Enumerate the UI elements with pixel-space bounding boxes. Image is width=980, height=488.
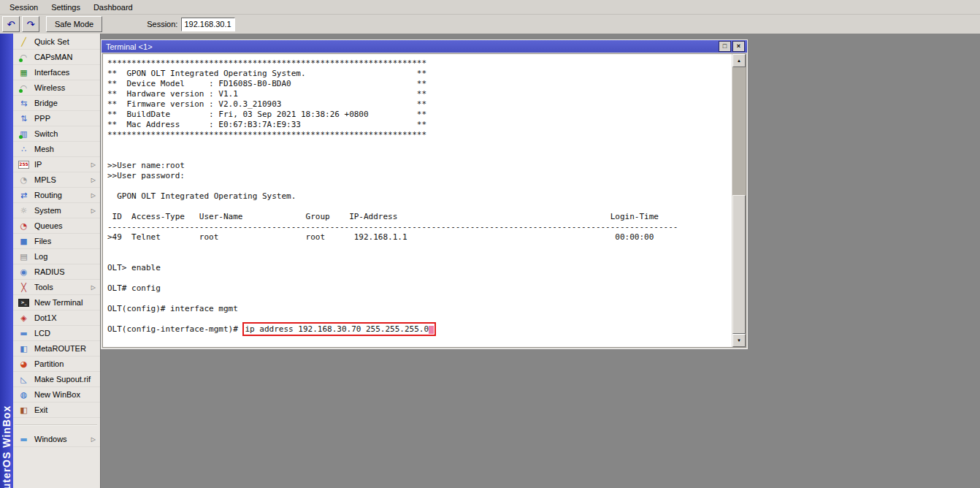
sidebar-item-label: MPLS [34, 175, 86, 184]
sidebar-item-label: Dot1X [34, 313, 100, 322]
bridge-icon: ⇆ [18, 98, 29, 108]
sidebar-item-radius[interactable]: ◉RADIUS [13, 264, 100, 280]
sidebar-item-label: CAPsMAN [34, 53, 100, 61]
sidebar-item-dot1x[interactable]: ◈Dot1X [13, 310, 100, 326]
sidebar-item-label: PPP [34, 114, 100, 123]
sidebar-item-switch[interactable]: ▥Switch [13, 126, 100, 142]
ppp-icon: ⇅ [18, 113, 29, 123]
wireless-icon: ◠ [18, 83, 29, 93]
redo-button[interactable]: ↷ [22, 16, 39, 32]
terminal-output-text: ****************************************… [107, 58, 678, 313]
windows-icon: ▬ [18, 434, 29, 444]
sidebar-item-ppp[interactable]: ⇅PPP [13, 111, 100, 126]
sidebar-item-interfaces[interactable]: ▦Interfaces [13, 65, 100, 80]
toolbar: ↶ ↷ Safe Mode Session: [0, 15, 980, 34]
queues-icon: ◔ [18, 221, 29, 231]
sidebar-item-quick-set[interactable]: ╱Quick Set [13, 34, 100, 50]
ip-icon: 255 [18, 161, 29, 169]
maximize-button[interactable]: □ [719, 41, 731, 52]
sidebar-item-system[interactable]: ☼System▷ [13, 203, 100, 218]
menu-session[interactable]: Session [3, 1, 45, 13]
sidebar: RouterOS WinBox ╱Quick Set◠CAPsMAN▦Inter… [0, 34, 101, 488]
mpls-icon: ◔ [18, 175, 29, 185]
undo-icon: ↶ [7, 20, 15, 29]
scrollbar-thumb[interactable] [732, 195, 746, 334]
dot1x-icon: ◈ [18, 313, 29, 323]
sidebar-item-label: IP [34, 160, 86, 169]
sidebar-item-label: System [34, 206, 86, 215]
sidebar-item-label: Quick Set [34, 37, 100, 46]
log-icon: ▤ [18, 251, 29, 262]
session-input[interactable] [181, 18, 235, 31]
files-icon: ■ [18, 236, 29, 246]
terminal-output[interactable]: ****************************************… [103, 54, 732, 347]
sidebar-item-tools[interactable]: ╳Tools▷ [13, 280, 100, 295]
sidebar-item-label: Mesh [34, 145, 100, 153]
sidebar-item-new-terminal[interactable]: >_New Terminal [13, 295, 100, 310]
lcd-icon: ▬ [18, 328, 29, 338]
terminal-window: Terminal <1> □ × ***********************… [101, 39, 748, 349]
sidebar-item-label: Switch [34, 129, 100, 138]
terminal-title: Terminal <1> [106, 42, 717, 51]
terminal-titlebar[interactable]: Terminal <1> □ × [102, 40, 747, 53]
sidebar-item-bridge[interactable]: ⇆Bridge [13, 96, 100, 111]
submenu-arrow-icon: ▷ [91, 436, 96, 443]
tools-icon: ╳ [18, 282, 29, 292]
sidebar-item-files[interactable]: ■Files [13, 234, 100, 249]
sidebar-item-label: Routing [34, 191, 86, 199]
sidebar-item-capsman[interactable]: ◠CAPsMAN [13, 50, 100, 65]
menu-settings[interactable]: Settings [45, 1, 87, 13]
make-supout-icon: ◺ [18, 374, 29, 384]
interfaces-icon: ▦ [18, 67, 29, 77]
highlighted-command-box: ip address 192.168.30.70 255.255.255.0 [242, 322, 436, 336]
metarouter-icon: ◧ [18, 343, 29, 354]
new-terminal-icon: >_ [18, 299, 29, 307]
terminal-content: ****************************************… [102, 53, 746, 348]
sidebar-item-label: Interfaces [34, 68, 100, 77]
terminal-cursor [429, 326, 434, 334]
switch-icon: ▥ [18, 129, 29, 139]
safe-mode-button[interactable]: Safe Mode [46, 16, 102, 32]
mesh-icon: ∴ [18, 144, 29, 154]
sidebar-item-label: New WinBox [34, 390, 100, 399]
sidebar-item-label: Tools [34, 283, 86, 291]
sidebar-item-log[interactable]: ▤Log [13, 249, 100, 264]
sidebar-item-label: LCD [34, 329, 100, 338]
sidebar-item-lcd[interactable]: ▬LCD [13, 326, 100, 341]
menu-dashboard[interactable]: Dashboard [87, 1, 139, 13]
sidebar-item-metarouter[interactable]: ◧MetaROUTER [13, 341, 100, 357]
undo-button[interactable]: ↶ [2, 16, 20, 32]
sidebar-item-windows[interactable]: ▬Windows▷ [13, 432, 100, 447]
sidebar-item-make-supout[interactable]: ◺Make Supout.rif [13, 372, 100, 387]
sidebar-item-queues[interactable]: ◔Queues [13, 218, 100, 234]
radius-icon: ◉ [18, 267, 29, 277]
submenu-arrow-icon: ▷ [91, 284, 96, 291]
sidebar-item-routing[interactable]: ⇄Routing▷ [13, 188, 100, 203]
submenu-arrow-icon: ▷ [91, 207, 96, 214]
scroll-up-button[interactable]: ▲ [732, 54, 746, 67]
command-input-text[interactable]: ip address 192.168.30.70 255.255.255.0 [245, 324, 429, 334]
sidebar-item-mesh[interactable]: ∴Mesh [13, 142, 100, 157]
sidebar-item-label: Make Supout.rif [34, 375, 100, 384]
session-label: Session: [147, 20, 177, 28]
sidebar-separator [15, 424, 97, 426]
scroll-down-button[interactable]: ▼ [732, 334, 746, 347]
sidebar-item-label: Queues [34, 221, 100, 230]
sidebar-item-mpls[interactable]: ◔MPLS▷ [13, 172, 100, 188]
vertical-scrollbar[interactable]: ▲ ▼ [732, 54, 746, 347]
menu-bar: SessionSettingsDashboard [0, 0, 980, 15]
sidebar-item-label: New Terminal [34, 298, 100, 307]
sidebar-item-exit[interactable]: ◧Exit [13, 403, 100, 418]
sidebar-item-ip[interactable]: 255IP▷ [13, 157, 100, 172]
quick-set-icon: ╱ [18, 37, 29, 47]
brand-text: RouterOS WinBox [1, 405, 12, 488]
new-winbox-icon: ◍ [18, 389, 29, 400]
desktop-area: Terminal <1> □ × ***********************… [101, 34, 980, 488]
scrollbar-track[interactable] [732, 67, 746, 334]
sidebar-item-partition[interactable]: ◕Partition [13, 357, 100, 372]
sidebar-item-wireless[interactable]: ◠Wireless [13, 80, 100, 96]
close-button[interactable]: × [732, 41, 745, 52]
prompt-prefix: OLT(config-interface-mgmt)# [107, 324, 242, 334]
routing-icon: ⇄ [18, 190, 29, 200]
sidebar-item-new-winbox[interactable]: ◍New WinBox [13, 387, 100, 403]
